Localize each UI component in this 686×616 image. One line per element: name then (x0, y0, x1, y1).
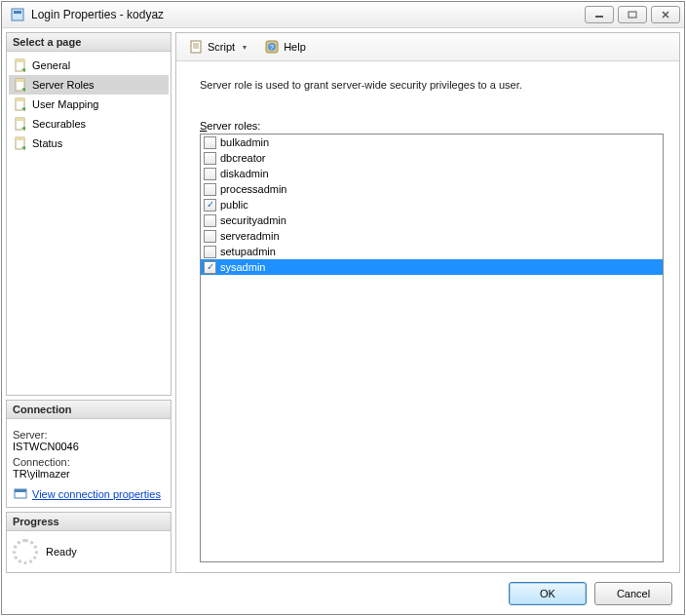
help-icon: ? (264, 39, 280, 55)
role-checkbox[interactable] (204, 183, 216, 196)
svg-rect-7 (16, 59, 24, 62)
role-checkbox[interactable] (204, 136, 216, 149)
sidebar-item-label: General (32, 59, 70, 71)
svg-rect-15 (16, 137, 24, 140)
role-checkbox[interactable]: ✓ (204, 261, 216, 274)
svg-rect-3 (629, 12, 636, 18)
svg-rect-1 (14, 11, 21, 14)
sidebar-item-user-mapping[interactable]: User Mapping (9, 95, 169, 114)
progress-status: Ready (46, 546, 77, 558)
svg-rect-13 (16, 118, 24, 121)
role-row-serveradmin[interactable]: serveradmin (201, 228, 663, 244)
cancel-button[interactable]: Cancel (594, 582, 672, 605)
window-controls (585, 6, 680, 23)
dialog-footer: OK Cancel (2, 573, 684, 614)
role-row-diskadmin[interactable]: diskadmin (201, 166, 663, 181)
maximize-button[interactable] (618, 6, 647, 23)
progress-header: Progress (7, 513, 171, 531)
connection-properties-icon (13, 485, 28, 501)
left-column: Select a page GeneralServer RolesUser Ma… (6, 32, 172, 573)
title-bar[interactable]: Login Properties - kodyaz (2, 2, 684, 28)
sidebar-item-label: Status (32, 137, 62, 149)
page-icon (13, 135, 28, 151)
window-title: Login Properties - kodyaz (29, 8, 585, 21)
role-checkbox[interactable] (204, 152, 216, 165)
role-checkbox[interactable] (204, 214, 216, 227)
app-icon (10, 7, 25, 22)
page-icon (13, 58, 28, 73)
script-button[interactable]: Script ▾ (184, 37, 254, 57)
connection-label: Connection: (13, 456, 165, 468)
svg-rect-17 (15, 489, 26, 492)
close-button[interactable] (651, 6, 680, 23)
server-roles-listbox[interactable]: bulkadmindbcreatordiskadminprocessadmin✓… (200, 134, 664, 562)
role-label: dbcreator (220, 150, 265, 166)
role-label: bulkadmin (220, 135, 269, 150)
minimize-button[interactable] (585, 6, 614, 23)
script-icon (188, 39, 204, 55)
svg-rect-0 (12, 9, 23, 20)
progress-spinner-icon (13, 539, 38, 564)
role-checkbox[interactable] (204, 230, 216, 243)
sidebar-item-status[interactable]: Status (9, 134, 169, 153)
svg-rect-11 (16, 98, 24, 101)
role-label: sysadmin (220, 259, 265, 275)
role-label: securityadmin (220, 212, 286, 228)
page-list: GeneralServer RolesUser MappingSecurable… (7, 52, 171, 395)
view-connection-properties-link[interactable]: View connection properties (32, 488, 161, 500)
help-label: Help (284, 41, 306, 53)
sidebar-item-general[interactable]: General (9, 56, 169, 75)
page-icon (13, 116, 28, 132)
role-label: setupadmin (220, 244, 276, 259)
sidebar-item-server-roles[interactable]: Server Roles (9, 75, 169, 95)
role-row-dbcreator[interactable]: dbcreator (201, 150, 663, 166)
toolbar: Script ▾ ? Help (176, 33, 679, 61)
role-row-bulkadmin[interactable]: bulkadmin (201, 135, 663, 150)
page-icon (13, 77, 28, 93)
script-dropdown-icon[interactable]: ▾ (239, 43, 250, 52)
dialog-window: Login Properties - kodyaz Select a page … (1, 1, 685, 615)
page-selector-header: Select a page (7, 33, 171, 52)
progress-panel: Progress Ready (6, 512, 172, 573)
page-selector-panel: Select a page GeneralServer RolesUser Ma… (6, 32, 172, 396)
connection-panel: Connection Server: ISTWCN0046 Connection… (6, 400, 172, 508)
role-row-sysadmin[interactable]: ✓sysadmin (201, 259, 663, 275)
role-label: diskadmin (220, 166, 269, 181)
page-icon (13, 96, 28, 112)
role-row-securityadmin[interactable]: securityadmin (201, 212, 663, 228)
server-roles-label: Server roles: (200, 120, 664, 132)
connection-header: Connection (7, 401, 171, 419)
sidebar-item-label: User Mapping (32, 98, 98, 110)
role-checkbox[interactable]: ✓ (204, 199, 216, 212)
connection-value: TR\yilmazer (13, 468, 165, 480)
sidebar-item-label: Server Roles (32, 79, 95, 91)
main-panel: Script ▾ ? Help Server role is used to g… (175, 32, 680, 573)
help-button[interactable]: ? Help (260, 37, 310, 57)
role-label: processadmin (220, 181, 286, 197)
ok-button[interactable]: OK (509, 582, 587, 605)
svg-rect-2 (595, 16, 603, 18)
script-label: Script (208, 41, 235, 53)
svg-rect-9 (16, 79, 24, 82)
role-row-public[interactable]: ✓public (201, 197, 663, 212)
role-row-processadmin[interactable]: processadmin (201, 181, 663, 197)
role-row-setupadmin[interactable]: setupadmin (201, 244, 663, 259)
server-label: Server: (13, 429, 165, 441)
svg-text:?: ? (270, 44, 274, 51)
sidebar-item-label: Securables (32, 118, 86, 130)
server-value: ISTWCN0046 (13, 441, 165, 452)
svg-rect-18 (191, 41, 201, 53)
page-description: Server role is used to grant server-wide… (200, 79, 664, 91)
role-label: serveradmin (220, 228, 280, 244)
role-checkbox[interactable] (204, 246, 216, 258)
sidebar-item-securables[interactable]: Securables (9, 114, 169, 134)
role-checkbox[interactable] (204, 168, 216, 180)
role-label: public (220, 197, 248, 212)
